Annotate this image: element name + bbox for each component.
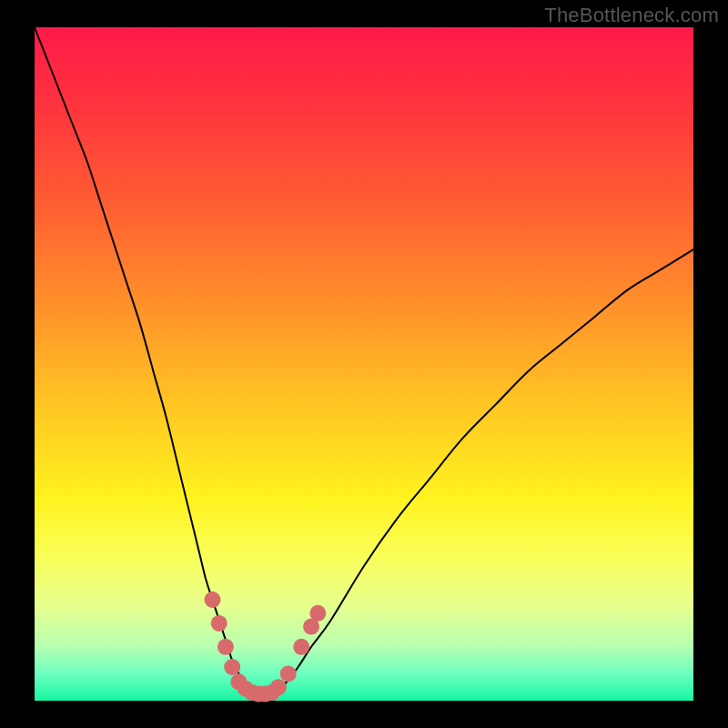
optimal-zone-marker — [280, 665, 297, 682]
bottleneck-chart — [0, 0, 728, 728]
watermark-text: TheBottleneck.com — [544, 4, 719, 27]
chart-frame: TheBottleneck.com — [0, 0, 728, 728]
optimal-zone-marker — [309, 605, 326, 622]
optimal-zone-marker — [204, 592, 220, 608]
optimal-zone-marker — [270, 679, 287, 695]
optimal-zone-marker — [211, 615, 228, 632]
plot-background — [35, 27, 693, 701]
optimal-zone-marker — [217, 639, 234, 655]
optimal-zone-marker — [224, 659, 240, 675]
optimal-zone-marker — [293, 639, 309, 655]
